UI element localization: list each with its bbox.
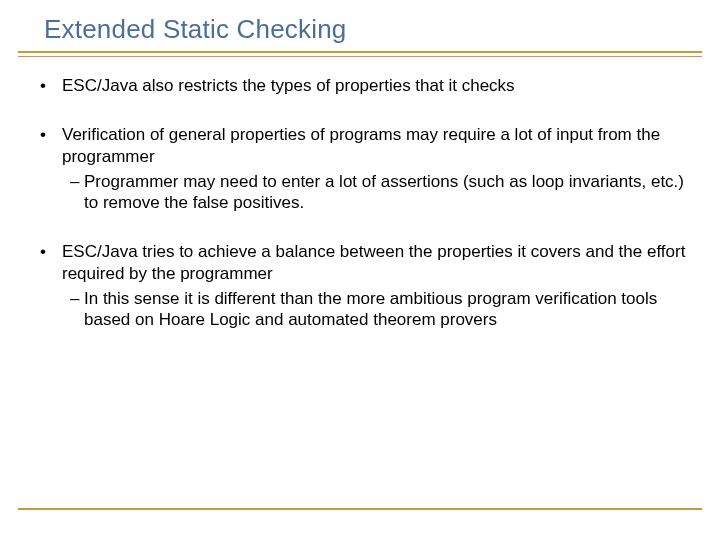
list-subitem: – Programmer may need to enter a lot of …: [62, 171, 688, 214]
dash-icon: –: [62, 171, 84, 214]
bullet-icon: •: [40, 75, 62, 96]
slide-content: • ESC/Java also restricts the types of p…: [0, 57, 720, 330]
list-item: • ESC/Java tries to achieve a balance be…: [40, 241, 688, 330]
slide-title: Extended Static Checking: [44, 14, 720, 45]
footer-rule: [18, 508, 702, 510]
list-item: • ESC/Java also restricts the types of p…: [40, 75, 688, 96]
dash-icon: –: [62, 288, 84, 331]
slide: Extended Static Checking • ESC/Java also…: [0, 0, 720, 540]
list-item: • Verification of general properties of …: [40, 124, 688, 213]
list-subitem: – In this sense it is different than the…: [62, 288, 688, 331]
title-area: Extended Static Checking: [0, 0, 720, 45]
bullet-icon: •: [40, 124, 62, 213]
list-subitem-text: Programmer may need to enter a lot of as…: [84, 171, 688, 214]
list-subitem-text: In this sense it is different than the m…: [84, 288, 688, 331]
list-item-text: ESC/Java also restricts the types of pro…: [62, 75, 688, 96]
list-item-text: ESC/Java tries to achieve a balance betw…: [62, 242, 685, 282]
list-item-text: Verification of general properties of pr…: [62, 125, 660, 165]
bullet-icon: •: [40, 241, 62, 330]
